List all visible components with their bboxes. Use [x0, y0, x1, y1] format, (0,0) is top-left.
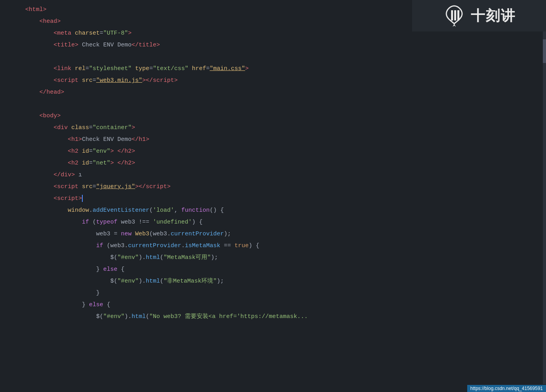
code-line: <body> [0, 110, 546, 122]
code-token-attr-value: "env" [93, 148, 110, 155]
watermark-area: 十刻讲 [412, 0, 546, 31]
code-token-punctuation: ); [217, 278, 224, 285]
code-token-js-text: ). [124, 313, 132, 320]
code-token-attr-value: "net" [93, 160, 110, 166]
line-dots [0, 170, 24, 181]
code-token-tag: <link [54, 65, 75, 72]
code-token-string: "MetaMask可用" [163, 254, 211, 261]
code-token-attr-value-link: "main.css" [210, 65, 245, 72]
code-token-punctuation: = [93, 183, 96, 190]
code-line: $("#env").html("非MetaMask环境"); [0, 276, 546, 287]
line-dots [0, 87, 24, 98]
code-token-string: "#env" [117, 254, 139, 261]
code-token-tag: script> [153, 77, 178, 84]
code-token-punctuation: , [174, 207, 181, 214]
code-content: <link rel="stylesheet" type="text/css" h… [24, 63, 546, 74]
code-token-string: "非MetaMask环境" [163, 278, 217, 285]
code-token-punctuation: ( [103, 242, 110, 249]
code-content: <script src="web3.min.js"></script> [24, 75, 546, 86]
line-dots [0, 99, 24, 110]
code-content: window.addEventListener('load', function… [24, 205, 546, 216]
code-line: <h1>Check ENV Demo</h1> [0, 134, 546, 146]
code-content: if (web3.currentProvider.isMetaMask == t… [24, 240, 546, 251]
line-dots [0, 111, 24, 122]
code-token-tag: <body> [39, 113, 61, 119]
line-dots [0, 134, 24, 145]
line-dots [0, 181, 24, 192]
code-token-text-content: ı [75, 172, 82, 178]
code-token-string: 'undefined' [153, 219, 192, 226]
code-line: <link rel="stylesheet" type="text/css" h… [0, 63, 546, 75]
code-token-keyword: function [181, 207, 210, 214]
code-token-punctuation: () { [210, 207, 224, 214]
code-token-keyword: else [89, 301, 103, 308]
code-token-attr-value-link: "web3.min.js" [96, 77, 142, 84]
bottom-url-bar: https://blog.csdn.net/qq_41569591 [467, 385, 546, 392]
code-token-tag: <script> [54, 195, 82, 202]
code-token-tag: <meta [54, 30, 75, 37]
code-token-punctuation: ) { [192, 219, 202, 226]
code-line: if (web3.currentProvider.isMetaMask == t… [0, 240, 546, 252]
line-dots [0, 276, 24, 287]
code-token-punctuation: } [82, 301, 89, 308]
code-token-attr-name: id [82, 160, 89, 166]
code-token-keyword: typeof [96, 219, 117, 226]
line-dots [0, 40, 24, 51]
code-token-tag: <div [54, 124, 71, 131]
code-token-keyword: if [96, 242, 103, 249]
code-line: <title> Check ENV Demo</title> [0, 39, 546, 51]
code-token-attr-name: rel [75, 65, 85, 72]
scrollbar[interactable] [543, 31, 546, 384]
code-line: <div class="container"> [0, 122, 546, 134]
code-token-js-obj: window [68, 207, 89, 214]
code-content: <h2 id="env"> </h2> [24, 146, 546, 157]
code-token-js-text: web3 [117, 219, 139, 226]
code-token-tag: <h2 [68, 160, 82, 166]
code-line [0, 98, 546, 110]
code-line: } [0, 287, 546, 299]
code-line: <h2 id="env"> </h2> [0, 146, 546, 157]
code-line: <script src="web3.min.js"></script> [0, 75, 546, 87]
scrollbar-thumb[interactable] [543, 39, 546, 63]
code-token-js-text: web3 [153, 231, 167, 237]
code-token-attr-name: charset [75, 30, 100, 37]
code-token-string: "#env" [103, 313, 124, 320]
line-dots [0, 311, 24, 322]
code-line: </head> [0, 87, 546, 98]
code-token-punctuation: ( [149, 231, 153, 237]
code-token-equals: = [114, 231, 121, 237]
code-content: } else { [24, 264, 546, 275]
line-dots [0, 217, 24, 228]
code-content: } else { [24, 300, 546, 311]
code-token-punctuation: } [96, 266, 103, 273]
code-token-punctuation: = [100, 30, 103, 37]
code-token-punctuation: ( [160, 278, 163, 285]
code-token-tag: </h1> [132, 136, 149, 143]
code-token-attr-name: type [135, 65, 149, 72]
code-token-attr-value-link: "jquery.js" [96, 183, 135, 190]
code-token-tag: <html> [25, 6, 46, 13]
code-token-tag: > [110, 148, 117, 155]
code-token-attr-value: "UTF-8" [103, 30, 128, 37]
code-token-attr-name: src [82, 77, 93, 84]
logo-icon [442, 4, 466, 28]
code-content: <script> [24, 193, 546, 204]
code-content: </div> ı [24, 170, 546, 181]
code-line: $("#env").html("No web3? 需要安装<a href='ht… [0, 311, 546, 323]
code-token-keyword: if [82, 219, 89, 226]
code-line: } else { [0, 264, 546, 276]
code-content: <h1>Check ENV Demo</h1> [24, 134, 546, 145]
line-dots [0, 75, 24, 86]
code-token-js-bool: true [234, 242, 249, 249]
code-token-punctuation: . [181, 242, 185, 249]
code-token-punctuation: . [124, 242, 128, 249]
line-dots [0, 205, 24, 216]
code-content: $("#env").html("MetaMask可用"); [24, 252, 546, 263]
code-token-js-obj: Web3 [135, 231, 149, 237]
code-token-punctuation: ( [89, 219, 96, 226]
code-token-tag: > [110, 160, 117, 166]
code-token-string: 'load' [153, 207, 174, 214]
code-token-attr-name: class [71, 124, 89, 131]
line-dots [0, 4, 24, 15]
code-token-punctuation: = [149, 65, 153, 72]
